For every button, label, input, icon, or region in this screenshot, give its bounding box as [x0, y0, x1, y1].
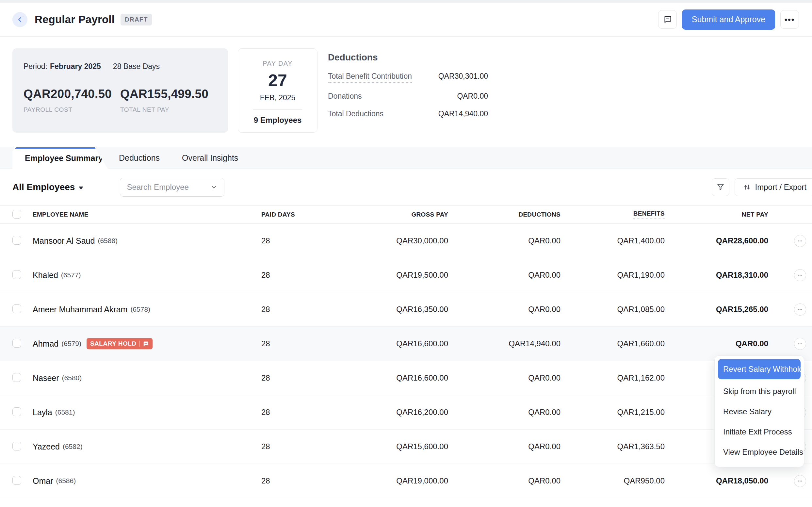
employee-name-cell: Khaled (6577) [33, 271, 261, 280]
import-export-label: Import / Export [755, 183, 806, 192]
deduction-label[interactable]: Donations [328, 92, 362, 101]
column-benefits[interactable]: BENEFITS [633, 210, 665, 219]
deduction-rows: Total Benefit Contribution QAR30,301.00 … [328, 72, 488, 118]
employee-id: (6580) [62, 374, 82, 382]
table-row[interactable]: Mansoor Al Saud (6588) 28 QAR30,000.00 Q… [0, 224, 812, 258]
context-menu-item[interactable]: Revert Salary Withhold [718, 359, 801, 379]
payroll-cost-block: QAR200,740.50 PAYROLL COST [23, 87, 120, 113]
row-checkbox-cell [12, 407, 33, 417]
deduction-label[interactable]: Total Deductions [328, 109, 384, 118]
search-employee-select[interactable]: Search Employee [120, 178, 224, 196]
toolbar-right: Import / Export [712, 178, 812, 196]
row-actions-button[interactable] [794, 338, 806, 350]
salary-hold-label: SALARY HOLD [90, 340, 136, 347]
benefits-cell: QAR1,190.00 [561, 271, 665, 280]
employee-name-cell: Ameer Muhammad Akram (6578) [33, 305, 261, 314]
tab-label: Deductions [119, 153, 160, 163]
amounts: QAR200,740.50 PAYROLL COST QAR155,499.50… [23, 87, 217, 113]
row-checkbox[interactable] [12, 339, 21, 348]
deductions-cell: QAR0.00 [448, 271, 561, 280]
row-actions-button[interactable] [794, 303, 806, 316]
context-menu-item[interactable]: Skip from this payroll [718, 381, 801, 401]
gross-pay-cell: QAR15,600.00 [300, 442, 448, 451]
period-value: February 2025 [50, 62, 101, 71]
gross-pay-cell: QAR19,500.00 [300, 271, 448, 280]
employee-id: (6581) [55, 408, 75, 416]
back-button[interactable] [12, 12, 27, 27]
import-export-button[interactable]: Import / Export [735, 178, 812, 196]
period-line: Period: February 2025 28 Base Days [23, 62, 217, 71]
row-checkbox[interactable] [12, 407, 21, 416]
employee-filter-dropdown[interactable]: All Employees [12, 182, 83, 192]
ellipsis-icon [798, 343, 803, 345]
status-badge: DRAFT [121, 14, 152, 25]
row-actions-button[interactable] [794, 475, 806, 487]
tab[interactable]: Employee Summary [12, 147, 108, 169]
ellipsis-icon [798, 240, 803, 242]
row-checkbox[interactable] [12, 304, 21, 313]
divider [253, 109, 302, 110]
caret-down-icon [79, 186, 83, 189]
total-net-pay-label: TOTAL NET PAY [120, 106, 217, 113]
gross-pay-cell: QAR16,350.00 [300, 305, 448, 314]
ellipsis-icon [798, 274, 803, 276]
employee-name: Khaled [33, 271, 58, 280]
deduction-value: QAR30,301.00 [438, 72, 488, 81]
deduction-label[interactable]: Total Benefit Contribution [328, 72, 412, 83]
deductions-cell: QAR0.00 [448, 476, 561, 486]
deductions-cell: QAR14,940.00 [448, 339, 561, 348]
table-row[interactable]: Khaled (6577) 28 QAR19,500.00 QAR0.00 QA… [0, 258, 812, 292]
paid-days-cell: 28 [261, 408, 300, 417]
more-actions-button[interactable]: ••• [780, 10, 799, 29]
payroll-page: Regular Payroll DRAFT Submit and Approve… [0, 0, 812, 507]
net-pay-cell: QAR18,050.00 [665, 476, 768, 486]
row-checkbox[interactable] [12, 270, 21, 279]
row-checkbox[interactable] [12, 373, 21, 382]
tab[interactable]: Deductions [108, 147, 171, 169]
row-checkbox[interactable] [12, 236, 21, 245]
payday-day: 27 [238, 70, 317, 90]
submit-and-approve-button[interactable]: Submit and Approve [682, 9, 775, 30]
context-menu-item[interactable]: Revise Salary [718, 401, 801, 422]
row-actions-button[interactable] [794, 269, 806, 281]
deductions-cell: QAR0.00 [448, 442, 561, 451]
employee-name-cell: Yazeed (6582) [33, 442, 261, 451]
table-row[interactable]: Ahmad (6579) SALARY HOLD 28 QAR16,600. [0, 327, 812, 361]
deduction-row: Total Deductions QAR14,940.00 [328, 109, 488, 118]
benefits-cell: QAR1,363.50 [561, 442, 665, 451]
table-row[interactable]: Ameer Muhammad Akram (6578) 28 QAR16,350… [0, 292, 812, 327]
employee-name: Naseer [33, 374, 59, 383]
table-row[interactable]: Omar (6586) 28 QAR19,000.00 QAR0.00 QAR9… [0, 464, 812, 498]
deductions-cell: QAR0.00 [448, 374, 561, 383]
gross-pay-cell: QAR16,200.00 [300, 408, 448, 417]
context-menu-item[interactable]: Initiate Exit Process [718, 422, 801, 442]
row-checkbox[interactable] [12, 476, 21, 485]
chevron-down-icon [210, 184, 218, 191]
deduction-row: Total Benefit Contribution QAR30,301.00 [328, 72, 488, 83]
tab-label: Overall Insights [182, 153, 238, 163]
employee-name: Mansoor Al Saud [33, 236, 95, 246]
benefits-cell: QAR1,215.00 [561, 408, 665, 417]
tab[interactable]: Overall Insights [171, 147, 249, 169]
filter-button[interactable] [712, 178, 730, 196]
payday-employee-count: 9 Employees [238, 116, 317, 125]
row-actions-button[interactable] [794, 235, 806, 247]
ellipsis-icon [798, 309, 803, 311]
employee-name: Omar [33, 476, 53, 486]
select-all-checkbox[interactable] [12, 210, 21, 219]
row-checkbox-cell [12, 339, 33, 349]
table-row[interactable]: Yazeed (6582) 28 QAR15,600.00 QAR0.00 QA… [0, 430, 812, 464]
context-menu-item[interactable]: View Employee Details [718, 442, 801, 462]
row-actions-cell [768, 303, 812, 316]
table-row[interactable]: Layla (6581) 28 QAR16,200.00 QAR0.00 QAR… [0, 395, 812, 430]
column-gross-pay: GROSS PAY [300, 211, 448, 218]
table-row[interactable]: Naseer (6580) 28 QAR16,600.00 QAR0.00 QA… [0, 361, 812, 395]
table-body: Mansoor Al Saud (6588) 28 QAR30,000.00 Q… [0, 224, 812, 498]
row-checkbox[interactable] [12, 442, 21, 450]
page-title: Regular Payroll [35, 13, 115, 26]
salary-hold-badge[interactable]: SALARY HOLD [86, 338, 153, 349]
deductions-cell: QAR0.00 [448, 305, 561, 314]
comments-button[interactable] [658, 10, 677, 29]
search-employee-placeholder: Search Employee [127, 183, 210, 192]
net-pay-cell: QAR18,310.00 [665, 271, 768, 280]
